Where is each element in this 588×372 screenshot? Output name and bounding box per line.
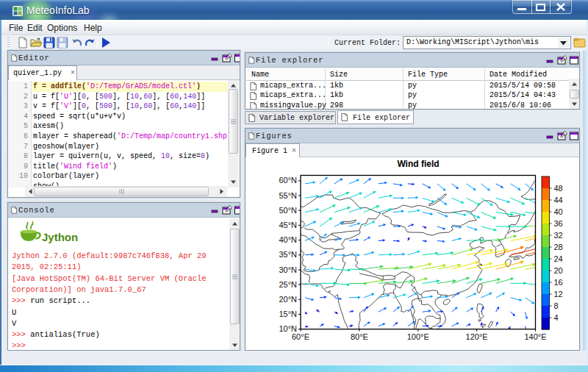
svg-text:20°N: 20°N bbox=[279, 295, 297, 304]
svg-text:55°N: 55°N bbox=[279, 191, 297, 200]
svg-text:30°N: 30°N bbox=[279, 265, 297, 274]
svg-text:25°N: 25°N bbox=[279, 280, 297, 289]
svg-text:28: 28 bbox=[554, 243, 563, 251]
svg-text:Jython: Jython bbox=[42, 231, 78, 243]
svg-text:50°N: 50°N bbox=[279, 206, 297, 215]
svg-text:Wind field: Wind field bbox=[397, 159, 439, 169]
svg-text:140°E: 140°E bbox=[524, 332, 546, 341]
svg-text:32: 32 bbox=[554, 231, 563, 240]
svg-text:60°N: 60°N bbox=[279, 176, 297, 185]
svg-text:15°N: 15°N bbox=[279, 310, 297, 318]
svg-text:80°E: 80°E bbox=[351, 332, 368, 341]
svg-text:45°N: 45°N bbox=[279, 221, 297, 229]
svg-text:40°N: 40°N bbox=[279, 235, 297, 244]
svg-text:4: 4 bbox=[554, 313, 559, 322]
svg-text:48: 48 bbox=[554, 184, 563, 193]
svg-text:24: 24 bbox=[554, 254, 563, 263]
svg-text:100°E: 100°E bbox=[407, 332, 429, 341]
svg-text:120°E: 120°E bbox=[466, 332, 488, 341]
svg-text:40: 40 bbox=[554, 207, 563, 216]
svg-text:20: 20 bbox=[554, 266, 563, 275]
svg-text:44: 44 bbox=[554, 196, 563, 204]
svg-text:60°E: 60°E bbox=[292, 332, 309, 341]
svg-text:16: 16 bbox=[554, 278, 563, 287]
svg-text:35°N: 35°N bbox=[279, 250, 297, 259]
svg-text:8: 8 bbox=[554, 301, 559, 310]
svg-text:12: 12 bbox=[554, 290, 563, 298]
svg-text:36: 36 bbox=[554, 219, 563, 228]
